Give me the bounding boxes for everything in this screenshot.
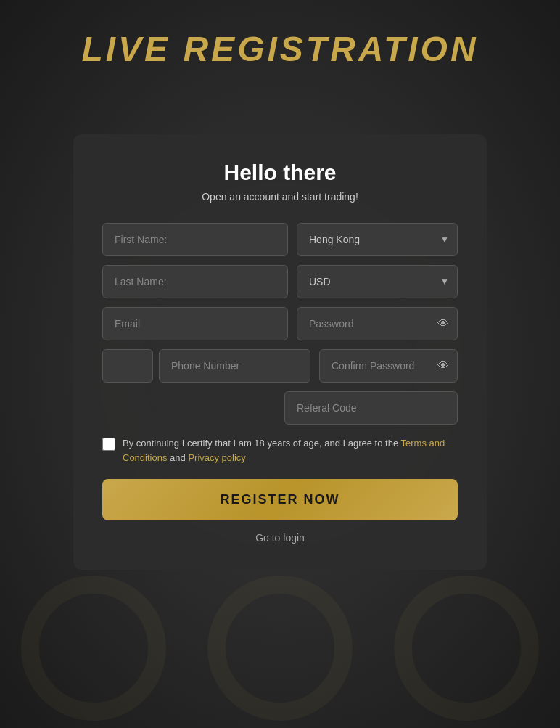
row-email-password: 👁 <box>102 307 458 340</box>
password-wrapper: 👁 <box>297 307 458 340</box>
currency-select-wrapper: USD EUR GBP HKD AUD ▼ <box>297 265 458 298</box>
phone-number-input[interactable] <box>159 349 310 383</box>
page-title: LIVE REGISTRATION <box>0 29 560 69</box>
privacy-policy-link[interactable]: Privacy policy <box>188 452 245 463</box>
confirm-password-eye-icon[interactable]: 👁 <box>437 359 449 372</box>
and-text: and <box>170 452 186 463</box>
country-select-wrapper: Hong Kong United States United Kingdom S… <box>297 223 458 256</box>
phone-code-input[interactable]: 852 <box>102 349 153 383</box>
first-name-input[interactable] <box>102 223 288 256</box>
country-select[interactable]: Hong Kong United States United Kingdom S… <box>297 223 458 256</box>
row-referral <box>102 391 458 425</box>
card-subtitle: Open an account and start trading! <box>102 191 458 203</box>
row-phone-confirm: 852 👁 <box>102 349 458 383</box>
go-to-login-link[interactable]: Go to login <box>102 532 458 544</box>
terms-label: By continuing I certify that I am 18 yea… <box>123 436 458 465</box>
email-input[interactable] <box>102 307 288 340</box>
terms-checkbox[interactable] <box>102 438 115 451</box>
row-name-country: Hong Kong United States United Kingdom S… <box>102 223 458 256</box>
terms-checkbox-row: By continuing I certify that I am 18 yea… <box>102 436 458 465</box>
password-eye-icon[interactable]: 👁 <box>437 317 449 330</box>
card-heading: Hello there <box>102 160 458 185</box>
phone-row: 852 <box>102 349 310 383</box>
currency-select[interactable]: USD EUR GBP HKD AUD <box>297 265 458 298</box>
confirm-password-wrapper: 👁 <box>319 349 458 383</box>
last-name-input[interactable] <box>102 265 288 298</box>
registration-card: Hello there Open an account and start tr… <box>73 134 487 570</box>
row-lastname-currency: USD EUR GBP HKD AUD ▼ <box>102 265 458 298</box>
password-input[interactable] <box>297 307 458 340</box>
referral-code-input[interactable] <box>284 391 458 425</box>
register-button[interactable]: REGISTER NOW <box>102 479 458 520</box>
checkbox-pre-text: By continuing I certify that I am 18 yea… <box>123 438 401 449</box>
